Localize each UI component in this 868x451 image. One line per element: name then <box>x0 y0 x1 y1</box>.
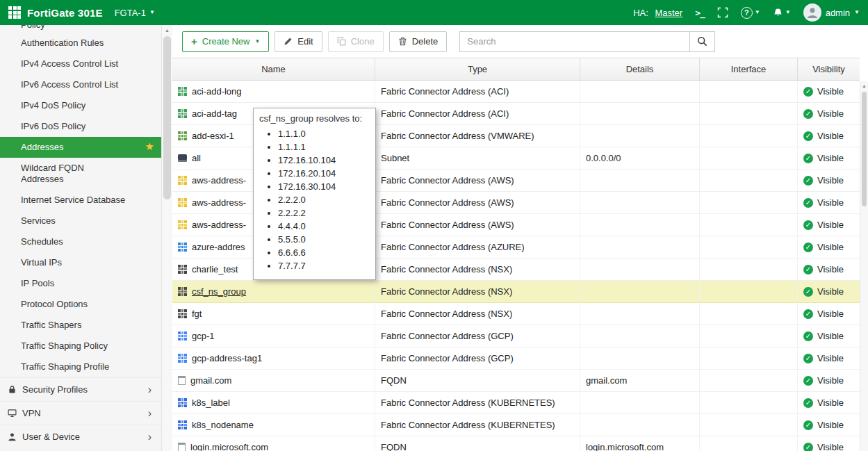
favorite-star-icon[interactable]: ★ <box>145 141 154 152</box>
details-cell: 0.0.0.0/0 <box>580 147 700 169</box>
sidebar-item-clipped[interactable]: Policy <box>0 25 161 33</box>
table-row[interactable]: k8s_labelFabric Connector Address (KUBER… <box>172 392 860 414</box>
edit-label: Edit <box>297 36 313 47</box>
ha-status[interactable]: HA: Master <box>633 8 682 18</box>
notifications-menu[interactable]: ▼ <box>773 8 791 18</box>
visible-check-icon: ✓ <box>803 176 813 186</box>
table-row[interactable]: k8s_nodenameFabric Connector Address (KU… <box>172 414 860 436</box>
sidebar-item-label: IPv6 Access Control List <box>21 79 118 90</box>
name-cell: gcp-1 <box>172 325 375 347</box>
type-cell: Fabric Connector Address (ACI) <box>375 103 580 124</box>
scroll-up-arrow-icon[interactable]: ▲ <box>162 25 172 35</box>
table-scrollbar[interactable]: ▲ <box>860 81 868 451</box>
table-row[interactable]: fgtFabric Connector Address (NSX)✓Visibl… <box>172 303 860 325</box>
edit-button[interactable]: Edit <box>275 31 322 52</box>
table-row[interactable]: login.microsoft.comFQDNlogin.microsoft.c… <box>172 436 860 451</box>
visibility-label: Visible <box>817 309 844 319</box>
interface-cell <box>700 214 798 236</box>
resolved-ip: 172.16.30.104 <box>278 180 370 193</box>
fullscreen-icon[interactable] <box>717 7 728 18</box>
interface-cell <box>700 370 798 391</box>
address-name: csf_ns_group <box>192 286 246 297</box>
column-header-name[interactable]: Name <box>172 58 375 80</box>
details-cell <box>580 214 700 236</box>
sidebar-item-ipv4-access-control-list[interactable]: IPv4 Access Control List <box>0 54 161 74</box>
trash-icon <box>398 37 407 46</box>
visibility-label: Visible <box>817 442 844 451</box>
create-new-label: Create New <box>202 36 250 47</box>
chevron-right-icon: › <box>148 410 154 417</box>
hostname-dropdown[interactable]: FGTA-1 ▼ <box>115 8 155 18</box>
visible-check-icon: ✓ <box>803 131 813 141</box>
sidebar-item-wildcard-fqdn-addresses[interactable]: Wildcard FQDN Addresses <box>0 158 161 190</box>
address-name: all <box>192 153 201 163</box>
table-row[interactable]: gmail.comFQDNgmail.com✓Visible <box>172 370 860 392</box>
admin-menu[interactable]: admin ▼ <box>803 3 860 22</box>
sidebar-item-ipv6-access-control-list[interactable]: IPv6 Access Control List <box>0 74 161 95</box>
sidebar-item-label: Traffic Shaping Policy <box>21 341 108 352</box>
visible-check-icon: ✓ <box>803 109 813 119</box>
type-cell: Fabric Connector Address (VMWARE) <box>375 125 580 147</box>
search-button[interactable] <box>690 31 715 52</box>
main-area: Policy Authentication RulesIPv4 Access C… <box>0 25 868 451</box>
table-row[interactable]: gcp-address-tag1Fabric Connector Address… <box>172 347 860 370</box>
cli-console-icon[interactable]: >_ <box>695 8 705 18</box>
sidebar-item-ipv4-dos-policy[interactable]: IPv4 DoS Policy <box>0 95 161 116</box>
clone-button[interactable]: Clone <box>328 31 384 52</box>
address-name: gmail.com <box>190 375 231 386</box>
sidebar-item-authentication-rules[interactable]: Authentication Rules <box>0 33 161 54</box>
scroll-up-arrow-icon[interactable]: ▲ <box>860 81 868 90</box>
interface-cell <box>700 259 798 280</box>
scrollbar-thumb[interactable] <box>862 92 867 206</box>
sidebar-item-addresses[interactable]: Addresses★ <box>0 137 161 158</box>
sidebar-item-virtual-ips[interactable]: Virtual IPs <box>0 252 161 273</box>
address-name: k8s_nodename <box>192 420 254 430</box>
clone-label: Clone <box>351 36 375 47</box>
sidebar-section-vpn[interactable]: VPN› <box>0 401 161 425</box>
address-name: gcp-address-tag1 <box>192 353 262 363</box>
sidebar-item-internet-service-database[interactable]: Internet Service Database <box>0 190 161 211</box>
sidebar-section-security-profiles[interactable]: Security Profiles› <box>0 377 161 401</box>
visibility-label: Visible <box>817 108 844 119</box>
search-input[interactable] <box>459 31 690 52</box>
sidebar-item-ip-pools[interactable]: IP Pools <box>0 273 161 294</box>
subnet-icon <box>178 154 187 162</box>
visibility-cell: ✓Visible <box>798 303 860 325</box>
address-name: aws-address- <box>192 197 246 208</box>
table-row[interactable]: gcp-1Fabric Connector Address (GCP)✓Visi… <box>172 325 860 347</box>
sidebar-menu: Authentication RulesIPv4 Access Control … <box>0 33 161 377</box>
fabric-connector-icon <box>178 176 187 185</box>
interface-cell <box>700 81 798 102</box>
fabric-connector-icon <box>178 265 187 274</box>
sidebar-item-ipv6-dos-policy[interactable]: IPv6 DoS Policy <box>0 116 161 137</box>
scrollbar-thumb[interactable] <box>163 36 171 199</box>
sidebar-item-traffic-shaping-profile[interactable]: Traffic Shaping Profile <box>0 356 161 377</box>
sidebar-scrollbar[interactable]: ▲ <box>161 25 172 451</box>
help-menu[interactable]: ? ▼ <box>741 7 760 19</box>
column-header-interface[interactable]: Interface <box>700 58 798 80</box>
table-row[interactable]: csf_ns_groupFabric Connector Address (NS… <box>172 281 860 303</box>
sidebar-item-traffic-shapers[interactable]: Traffic Shapers <box>0 315 161 336</box>
sidebar-section-label: Security Profiles <box>22 384 142 395</box>
fortinet-logo-icon[interactable] <box>8 6 21 19</box>
sidebar-item-label: IPv4 DoS Policy <box>21 100 85 111</box>
table-row[interactable]: aci-add-longFabric Connector Address (AC… <box>172 81 860 103</box>
sidebar-item-services[interactable]: Services <box>0 211 161 231</box>
visible-check-icon: ✓ <box>803 420 813 430</box>
type-cell: Fabric Connector Address (AZURE) <box>375 236 580 258</box>
column-header-details[interactable]: Details <box>580 58 700 80</box>
sidebar-item-schedules[interactable]: Schedules <box>0 231 161 252</box>
details-cell <box>580 347 700 369</box>
create-new-button[interactable]: + Create New ▼ <box>182 31 269 52</box>
chevron-down-icon: ▼ <box>149 10 155 15</box>
sidebar-item-protocol-options[interactable]: Protocol Options <box>0 294 161 315</box>
sidebar-section-user-device[interactable]: User & Device› <box>0 425 161 448</box>
topbar: FortiGate 301E FGTA-1 ▼ HA: Master >_ ? … <box>0 0 868 25</box>
visible-check-icon: ✓ <box>803 331 813 341</box>
column-header-visibility[interactable]: Visibility <box>798 58 860 80</box>
visibility-label: Visible <box>817 420 844 430</box>
sidebar-item-traffic-shaping-policy[interactable]: Traffic Shaping Policy <box>0 336 161 356</box>
column-header-type[interactable]: Type <box>375 58 580 80</box>
visibility-label: Visible <box>817 242 844 252</box>
delete-button[interactable]: Delete <box>389 31 448 52</box>
